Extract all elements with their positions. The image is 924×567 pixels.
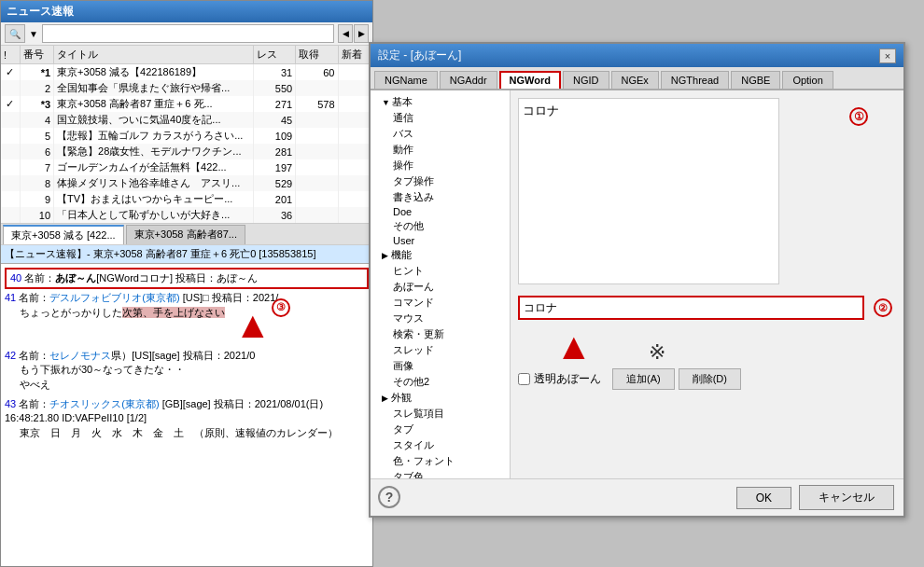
- row-check: [1, 207, 20, 223]
- search-input[interactable]: [42, 24, 334, 43]
- table-row[interactable]: 2 全国知事会「県境またぐ旅行や帰省... 550: [1, 80, 372, 96]
- post-number-43: 43: [5, 398, 16, 409]
- row-num: 4: [20, 112, 53, 128]
- tree-item-write[interactable]: 書き込み: [374, 189, 506, 205]
- asterisk-symbol: ※: [649, 340, 665, 365]
- post-40: 40 名前：あぼ～ん[NGWordコロナ] 投稿日：あぼ～ん: [5, 268, 369, 289]
- tree-section-function[interactable]: 機能: [374, 247, 506, 263]
- row-num: 7: [20, 159, 53, 175]
- nav-fwd-btn[interactable]: ▶: [354, 24, 369, 43]
- tree-item-hint[interactable]: ヒント: [374, 263, 506, 279]
- tree-item-operation[interactable]: 操作: [374, 158, 506, 173]
- tree-item-command[interactable]: コマンド: [374, 295, 506, 311]
- tab-ngword[interactable]: NGWord: [499, 71, 561, 89]
- tab-ngex[interactable]: NGEx: [611, 71, 659, 89]
- tree-item-thread-list[interactable]: スレ覧項目: [374, 406, 506, 422]
- row-title: 体操メダリスト池谷幸雄さん アスリ...: [54, 175, 254, 191]
- col-header-check: !: [1, 46, 20, 64]
- table-row[interactable]: 6 【緊急】28歳女性、モデルナワクチン... 281: [1, 144, 372, 159]
- transparent-aborn-checkbox[interactable]: [518, 373, 530, 385]
- tree-item-aborn[interactable]: あぼーん: [374, 279, 506, 295]
- ng-word-text: コロナ: [523, 104, 559, 118]
- ng-word-area: コロナ ①: [518, 98, 896, 292]
- col-header-title: タイトル: [54, 46, 254, 64]
- row-check: [1, 159, 20, 175]
- nav-back-btn[interactable]: ◀: [338, 24, 353, 43]
- news-window: ニュース速報 🔍 ▼ ◀ ▶ ! 番号 タイトル レス 取得 新着 ✓ *1 東…: [0, 0, 373, 567]
- tree-item-mouse[interactable]: マウス: [374, 311, 506, 326]
- tab-ngaddr[interactable]: NGAddr: [440, 71, 497, 89]
- table-row[interactable]: ✓ *1 東京+3058 減る【422186189】 31 60: [1, 64, 372, 81]
- row-check: [1, 128, 20, 144]
- tree-item-thread[interactable]: スレッド: [374, 342, 506, 358]
- ng-word-input[interactable]: [520, 297, 862, 318]
- circle-2-label: ②: [874, 298, 892, 317]
- delete-button[interactable]: 削除(D): [679, 368, 741, 390]
- row-num: 10: [20, 207, 53, 223]
- row-new: [338, 80, 372, 96]
- post-41: 41 名前：デスルフォビブリオ(東京都) [US]□ 投稿日：2021/ ちょっ…: [5, 291, 369, 342]
- tree-item-tab[interactable]: タブ: [374, 422, 506, 437]
- post-42-name: 名前：セレノモナス県）[US][sage] 投稿日：2021/0: [19, 350, 255, 361]
- table-row[interactable]: 5 【悲報】五輪ゴルフ カラスがうろさい... 109: [1, 128, 372, 144]
- tab-option[interactable]: Option: [782, 71, 833, 89]
- table-row[interactable]: ✓ *3 東京+3058 高齢者87 重症＋6 死... 271 578: [1, 96, 372, 112]
- tab-ngthread[interactable]: NGThread: [661, 71, 729, 89]
- row-new: [338, 128, 372, 144]
- table-row[interactable]: 8 体操メダリスト池谷幸雄さん アスリ... 529: [1, 175, 372, 191]
- row-new: [338, 191, 372, 207]
- row-num: 2: [20, 80, 53, 96]
- tree-item-style[interactable]: スタイル: [374, 437, 506, 453]
- tree-item-search[interactable]: 検索・更新: [374, 326, 506, 342]
- tree-item-doe[interactable]: Doe: [374, 205, 506, 218]
- dialog-body: 基本 通信 バス 動作 操作 タブ操作 書き込み Doe その他 User 機能…: [371, 90, 903, 501]
- add-button[interactable]: 追加(A): [612, 368, 675, 390]
- table-row[interactable]: 4 国立競技場、ついに気温40度を記... 45: [1, 112, 372, 128]
- table-row[interactable]: 9 【TV】おまえはいつからキューピー... 201: [1, 191, 372, 207]
- tree-item-other2[interactable]: その他2: [374, 374, 506, 390]
- row-title: 東京+3058 減る【422186189】: [54, 64, 254, 81]
- ng-word-display: コロナ: [518, 98, 779, 284]
- search-icon-btn[interactable]: 🔍: [5, 24, 25, 43]
- row-res: 550: [253, 80, 295, 96]
- tree-item-color-font[interactable]: 色・フォント: [374, 453, 506, 469]
- tree-item-other[interactable]: その他: [374, 218, 506, 234]
- news-title: ニュース速報: [7, 4, 74, 20]
- row-get: [296, 80, 338, 96]
- row-num: *1: [20, 64, 53, 81]
- help-icon[interactable]: ?: [378, 486, 400, 508]
- row-new: [338, 112, 372, 128]
- cancel-button[interactable]: キャンセル: [799, 485, 894, 510]
- tree-item-action[interactable]: 動作: [374, 142, 506, 158]
- tab-ngbe[interactable]: NGBE: [731, 71, 780, 89]
- tab-ngname[interactable]: NGName: [374, 71, 438, 89]
- row-new: [338, 64, 372, 81]
- tree-panel: 基本 通信 バス 動作 操作 タブ操作 書き込み Doe その他 User 機能…: [371, 90, 511, 501]
- dialog-title: 設定 - [あぼーん]: [378, 48, 461, 63]
- tree-root-basic[interactable]: 基本: [374, 94, 506, 110]
- tree-section-appearance[interactable]: 外観: [374, 390, 506, 406]
- dialog-close-btn[interactable]: ×: [879, 48, 896, 63]
- tree-item-image[interactable]: 画像: [374, 358, 506, 374]
- tab-ngid[interactable]: NGID: [563, 71, 609, 89]
- row-get: [296, 191, 338, 207]
- row-title: 東京+3058 高齢者87 重症＋6 死...: [54, 96, 254, 112]
- row-res: 45: [253, 112, 295, 128]
- col-header-res: レス: [253, 46, 295, 64]
- tree-item-communication[interactable]: 通信: [374, 110, 506, 126]
- table-row[interactable]: 7 ゴールデンカムイが全話無料【422... 197: [1, 159, 372, 175]
- ok-button[interactable]: OK: [736, 487, 791, 509]
- checkbox-row: 透明あぼーん 追加(A) 削除(D): [518, 368, 896, 390]
- table-row[interactable]: 10 「日本人として恥ずかしいが大好き... 36: [1, 207, 372, 223]
- row-get: [296, 144, 338, 159]
- tree-item-user[interactable]: User: [374, 234, 506, 247]
- row-title: 【悲報】五輪ゴルフ カラスがうろさい...: [54, 128, 254, 144]
- tree-item-tab-op[interactable]: タブ操作: [374, 173, 506, 189]
- row-check: [1, 144, 20, 159]
- tab-thread-2[interactable]: 東京+3058 高齢者87...: [126, 225, 245, 244]
- news-titlebar: ニュース速報: [1, 1, 372, 22]
- tab-thread-1[interactable]: 東京+3058 減る [422...: [3, 225, 124, 244]
- arrow-up-icon: ▲: [555, 327, 593, 365]
- tree-item-bus[interactable]: バス: [374, 126, 506, 142]
- row-num: 5: [20, 128, 53, 144]
